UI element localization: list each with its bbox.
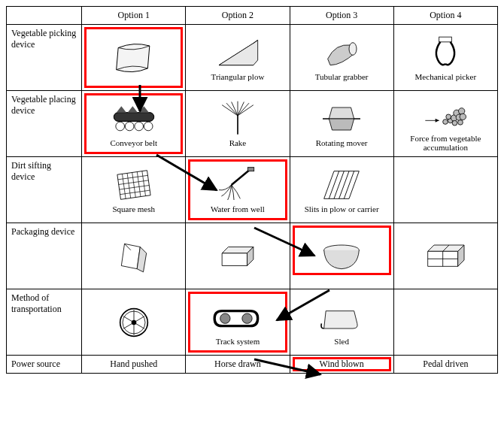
svg-marker-13 xyxy=(138,106,148,112)
row-picking: Vegetable picking device Triangular plow xyxy=(7,25,498,91)
cell-transport-2: Track system xyxy=(186,289,290,356)
caption-power-3: Wind blown xyxy=(320,359,364,369)
wheel-icon xyxy=(108,304,159,341)
open-box-icon xyxy=(212,238,263,275)
morphological-chart: Option 1 Option 2 Option 3 Option 4 Vege… xyxy=(6,6,498,374)
cell-picking-1 xyxy=(82,25,186,91)
cell-power-2: Horse drawn xyxy=(186,356,290,374)
svg-marker-12 xyxy=(127,106,137,112)
cell-power-4: Pedal driven xyxy=(393,356,497,374)
mechanical-picker-icon xyxy=(420,34,471,71)
svg-point-8 xyxy=(125,122,134,131)
sled-icon xyxy=(316,298,367,336)
header-option-1: Option 1 xyxy=(82,7,186,25)
cell-power-1: Hand pushed xyxy=(82,356,186,374)
cell-placing-1: Conveyor belt xyxy=(82,91,186,157)
svg-rect-48 xyxy=(247,167,254,171)
svg-marker-26 xyxy=(436,119,439,123)
row-packaging: Packaging device xyxy=(7,223,498,289)
cell-transport-4 xyxy=(393,289,497,356)
square-mesh-icon xyxy=(108,166,159,204)
row-label-sifting: Dirt sifting device xyxy=(7,157,82,223)
row-label-placing: Vegetable placing device xyxy=(7,91,82,157)
svg-point-36 xyxy=(458,120,463,125)
row-power: Power source Hand pushed Horse drawn Win… xyxy=(7,356,498,374)
cell-packaging-2 xyxy=(186,223,290,289)
svg-point-7 xyxy=(116,122,125,131)
svg-marker-23 xyxy=(329,107,354,119)
svg-rect-5 xyxy=(114,112,153,121)
cell-sifting-4 xyxy=(393,157,497,223)
svg-line-47 xyxy=(232,169,250,185)
vegetable-pile-icon xyxy=(420,95,471,133)
caption-picking-3: Tubular grabber xyxy=(315,73,369,82)
curved-sheet-icon xyxy=(108,38,159,76)
caption-power-4: Pedal driven xyxy=(423,359,468,369)
cell-transport-1 xyxy=(82,289,186,356)
caption-power-2: Horse drawn xyxy=(214,359,261,369)
cell-placing-4: Force from vegetable accumulation xyxy=(393,91,497,157)
svg-point-34 xyxy=(460,114,466,120)
caption-picking-2: Triangular plow xyxy=(211,73,265,82)
cell-placing-3: Rotating mover xyxy=(290,91,393,157)
caption-placing-1: Conveyor belt xyxy=(110,139,157,148)
row-transport: Method of transportation Track system Sl… xyxy=(7,289,498,356)
bowl-icon xyxy=(316,238,367,275)
cell-transport-3: Sled xyxy=(290,289,393,356)
svg-rect-4 xyxy=(439,37,452,42)
caption-placing-4: Force from vegetable accumulation xyxy=(397,135,494,152)
water-well-icon xyxy=(212,166,263,204)
cell-power-3: Wind blown xyxy=(290,356,393,374)
triangular-plow-icon xyxy=(212,34,263,71)
svg-point-10 xyxy=(144,122,153,131)
caption-placing-2: Rake xyxy=(229,139,247,148)
track-system-icon xyxy=(212,298,263,336)
cell-picking-4: Mechanical picker xyxy=(393,25,497,91)
svg-point-27 xyxy=(443,120,448,125)
svg-point-76 xyxy=(220,313,230,323)
row-label-power: Power source xyxy=(7,356,82,374)
caption-sifting-1: Square mesh xyxy=(112,205,155,214)
row-placing: Vegetable placing device Conveyor belt R… xyxy=(7,91,498,157)
header-option-4: Option 4 xyxy=(393,7,497,25)
cell-packaging-1 xyxy=(82,223,186,289)
svg-point-29 xyxy=(446,114,451,120)
svg-marker-24 xyxy=(329,119,354,130)
caption-transport-2: Track system xyxy=(216,338,260,347)
svg-point-3 xyxy=(349,42,357,55)
header-row: Option 1 Option 2 Option 3 Option 4 xyxy=(7,7,498,25)
rake-icon xyxy=(212,100,263,138)
cell-packaging-3 xyxy=(290,223,393,289)
tubular-grabber-icon xyxy=(316,34,367,71)
caption-transport-3: Sled xyxy=(334,338,349,347)
caption-placing-3: Rotating mover xyxy=(316,139,368,148)
svg-rect-49 xyxy=(324,171,360,198)
folded-carton-icon xyxy=(108,238,159,275)
svg-marker-1 xyxy=(219,40,258,65)
row-label-picking: Vegetable picking device xyxy=(7,25,82,91)
header-option-2: Option 2 xyxy=(186,7,290,25)
caption-picking-4: Mechanical picker xyxy=(415,73,477,82)
caption-sifting-2: Water from well xyxy=(211,205,265,214)
svg-marker-11 xyxy=(116,106,126,112)
cell-placing-2: Rake xyxy=(186,91,290,157)
rotating-mover-icon xyxy=(316,100,367,138)
cell-picking-2: Triangular plow xyxy=(186,25,290,91)
header-blank xyxy=(7,7,82,25)
svg-point-77 xyxy=(242,313,252,323)
row-label-packaging: Packaging device xyxy=(7,223,82,289)
header-option-3: Option 3 xyxy=(290,7,393,25)
svg-marker-58 xyxy=(222,253,247,265)
cell-packaging-4 xyxy=(393,223,497,289)
cell-sifting-3: Slits in plow or carrier xyxy=(290,157,393,223)
svg-point-9 xyxy=(135,122,144,131)
conveyor-belt-icon xyxy=(108,100,159,138)
row-label-transport: Method of transportation xyxy=(7,289,82,356)
svg-point-35 xyxy=(453,120,458,126)
cell-picking-3: Tubular grabber xyxy=(290,25,393,91)
svg-point-33 xyxy=(459,108,465,114)
compartment-tray-icon xyxy=(420,238,471,275)
caption-power-1: Hand pushed xyxy=(110,359,157,369)
caption-sifting-3: Slits in plow or carrier xyxy=(305,205,379,214)
slits-plow-icon xyxy=(316,166,367,204)
